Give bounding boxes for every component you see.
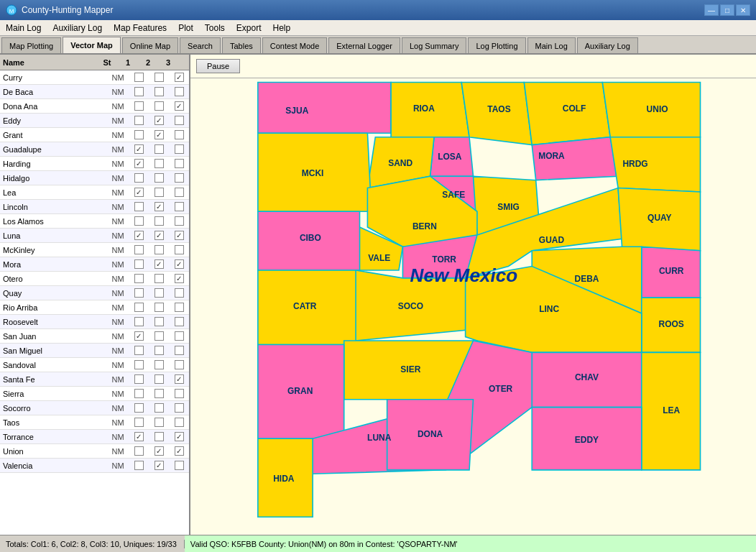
county-checkbox-3[interactable]: [175, 245, 184, 254]
tab-main-log[interactable]: Main Log: [527, 37, 576, 53]
county-checkbox-2[interactable]: [155, 317, 164, 326]
county-checkbox-1[interactable]: [134, 173, 144, 183]
county-row-quay[interactable]: QuayNM: [0, 286, 189, 300]
county-checkbox-1[interactable]: [134, 116, 144, 125]
tab-search[interactable]: Search: [180, 37, 221, 53]
county-checkbox-2[interactable]: [155, 418, 164, 427]
county-checkbox-2[interactable]: [155, 374, 164, 384]
county-checkbox-2[interactable]: [155, 130, 164, 139]
tab-auxiliary-log[interactable]: Auxiliary Log: [577, 37, 638, 53]
county-checkbox-3[interactable]: [175, 288, 184, 298]
county-checkbox-2[interactable]: [155, 216, 164, 226]
county-checkbox-1[interactable]: [134, 202, 144, 211]
county-row-curry[interactable]: CurryNM: [0, 70, 189, 85]
county-checkbox-1[interactable]: [134, 461, 144, 470]
county-checkbox-1[interactable]: [134, 130, 144, 139]
county-row-taos[interactable]: TaosNM: [0, 415, 189, 430]
county-checkbox-3[interactable]: [175, 403, 184, 413]
tab-vector-map[interactable]: Vector Map: [63, 37, 121, 53]
tab-tables[interactable]: Tables: [222, 37, 261, 53]
county-row-union[interactable]: UnionNM: [0, 444, 189, 459]
county-checkbox-2[interactable]: [155, 188, 164, 197]
tab-external-logger[interactable]: External Logger: [328, 37, 400, 53]
county-checkbox-1[interactable]: [134, 274, 144, 283]
county-checkbox-2[interactable]: [155, 288, 164, 298]
county-checkbox-1[interactable]: [134, 159, 144, 168]
county-checkbox-3[interactable]: [175, 259, 184, 269]
county-checkbox-3[interactable]: [175, 331, 184, 341]
county-checkbox-1[interactable]: [134, 73, 144, 82]
county-checkbox-2[interactable]: [155, 360, 164, 369]
county-checkbox-1[interactable]: [134, 317, 144, 326]
county-row-otero[interactable]: OteroNM: [0, 272, 189, 286]
county-row-valencia[interactable]: ValenciaNM: [0, 459, 189, 473]
county-row-roosevelt[interactable]: RooseveltNM: [0, 315, 189, 329]
county-checkbox-2[interactable]: [155, 144, 164, 154]
county-checkbox-3[interactable]: [175, 216, 184, 226]
menu-item-help[interactable]: Help: [267, 22, 297, 34]
county-checkbox-2[interactable]: [155, 73, 164, 82]
tab-log-summary[interactable]: Log Summary: [402, 37, 466, 53]
county-row-santa-fe[interactable]: Santa FeNM: [0, 372, 189, 387]
county-checkbox-2[interactable]: [155, 231, 164, 240]
county-checkbox-3[interactable]: [175, 303, 184, 312]
tab-map-plotting[interactable]: Map Plotting: [1, 37, 61, 53]
county-checkbox-2[interactable]: [155, 87, 164, 96]
county-checkbox-2[interactable]: [155, 202, 164, 211]
county-checkbox-1[interactable]: [134, 101, 144, 111]
county-row-hidalgo[interactable]: HidalgoNM: [0, 171, 189, 185]
tab-online-map[interactable]: Online Map: [122, 37, 178, 53]
close-button[interactable]: ✕: [736, 4, 750, 16]
county-checkbox-3[interactable]: [175, 360, 184, 369]
county-checkbox-3[interactable]: [175, 73, 184, 82]
county-row-eddy[interactable]: EddyNM: [0, 114, 189, 128]
menu-item-main-log[interactable]: Main Log: [0, 22, 47, 34]
county-checkbox-1[interactable]: [134, 360, 144, 369]
county-row-los-alamos[interactable]: Los AlamosNM: [0, 214, 189, 229]
county-checkbox-2[interactable]: [155, 331, 164, 341]
county-colf[interactable]: [524, 82, 610, 144]
pause-button[interactable]: Pause: [196, 59, 240, 73]
menu-item-map-features[interactable]: Map Features: [108, 22, 172, 34]
county-checkbox-3[interactable]: [175, 231, 184, 240]
county-checkbox-2[interactable]: [155, 461, 164, 470]
tab-contest-mode[interactable]: Contest Mode: [262, 37, 327, 53]
county-checkbox-3[interactable]: [175, 130, 184, 139]
county-checkbox-3[interactable]: [175, 87, 184, 96]
menu-item-tools[interactable]: Tools: [199, 22, 231, 34]
county-checkbox-2[interactable]: [155, 346, 164, 355]
menu-item-plot[interactable]: Plot: [172, 22, 199, 34]
county-checkbox-1[interactable]: [134, 245, 144, 254]
county-checkbox-2[interactable]: [155, 403, 164, 413]
county-row-sandoval[interactable]: SandovalNM: [0, 358, 189, 372]
county-checkbox-2[interactable]: [155, 173, 164, 183]
county-checkbox-2[interactable]: [155, 116, 164, 125]
county-row-mora[interactable]: MoraNM: [0, 257, 189, 272]
county-checkbox-3[interactable]: [175, 173, 184, 183]
county-checkbox-1[interactable]: [134, 331, 144, 341]
county-checkbox-1[interactable]: [134, 418, 144, 427]
county-checkbox-3[interactable]: [175, 446, 184, 456]
county-checkbox-1[interactable]: [134, 216, 144, 226]
county-checkbox-2[interactable]: [155, 303, 164, 312]
county-checkbox-1[interactable]: [134, 303, 144, 312]
county-sjua[interactable]: [258, 82, 391, 133]
county-row-grant[interactable]: GrantNM: [0, 128, 189, 142]
county-checkbox-2[interactable]: [155, 159, 164, 168]
county-checkbox-3[interactable]: [175, 418, 184, 427]
county-checkbox-1[interactable]: [134, 432, 144, 441]
county-checkbox-3[interactable]: [175, 101, 184, 111]
county-checkbox-1[interactable]: [134, 374, 144, 384]
menu-item-export[interactable]: Export: [231, 22, 267, 34]
county-row-harding[interactable]: HardingNM: [0, 157, 189, 171]
county-row-rio-arriba[interactable]: Rio ArribaNM: [0, 300, 189, 315]
county-checkbox-3[interactable]: [175, 432, 184, 441]
county-row-san-miguel[interactable]: San MiguelNM: [0, 344, 189, 358]
county-checkbox-1[interactable]: [134, 346, 144, 355]
county-checkbox-2[interactable]: [155, 245, 164, 254]
county-row-luna[interactable]: LunaNM: [0, 229, 189, 243]
county-checkbox-1[interactable]: [134, 446, 144, 456]
county-row-guadalupe[interactable]: GuadalupeNM: [0, 142, 189, 157]
county-checkbox-2[interactable]: [155, 259, 164, 269]
tab-log-plotting[interactable]: Log Plotting: [468, 37, 525, 53]
